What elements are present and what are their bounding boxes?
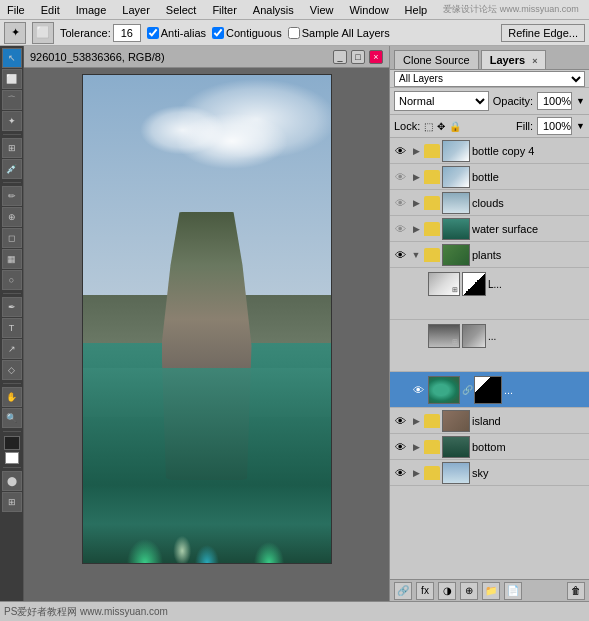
lock-move-icon[interactable]: ✥ bbox=[437, 121, 445, 132]
brush-tool[interactable]: ✏ bbox=[2, 186, 22, 206]
maximize-button[interactable]: □ bbox=[351, 50, 365, 64]
arrow-water-surface[interactable]: ▶ bbox=[410, 221, 422, 237]
layer-item-plants-smart1[interactable]: 👁 ⊞ L... bbox=[390, 268, 589, 320]
selection-tool[interactable]: ⬜ bbox=[32, 22, 54, 44]
pen-tool[interactable]: ✒ bbox=[2, 297, 22, 317]
menu-analysis[interactable]: Analysis bbox=[250, 4, 297, 16]
fill-arrow[interactable]: ▼ bbox=[576, 121, 585, 131]
lock-all-icon[interactable]: 🔒 bbox=[449, 121, 461, 132]
thumb-plants-smart2-mask bbox=[462, 324, 486, 348]
tab-clone-source[interactable]: Clone Source bbox=[394, 50, 479, 69]
refine-edge-button[interactable]: Refine Edge... bbox=[501, 24, 585, 42]
opacity-label: Opacity: bbox=[493, 95, 533, 107]
thumb-island bbox=[442, 410, 470, 432]
anti-alias-checkbox[interactable] bbox=[147, 27, 159, 39]
eyedropper-tool[interactable]: 💉 bbox=[2, 159, 22, 179]
eye-plants-layer[interactable]: 👁 bbox=[410, 382, 426, 398]
fill-input[interactable] bbox=[537, 117, 572, 135]
hand-tool[interactable]: ✋ bbox=[2, 387, 22, 407]
coral-layer bbox=[83, 441, 331, 563]
menu-view[interactable]: View bbox=[307, 4, 337, 16]
menu-filter[interactable]: Filter bbox=[209, 4, 239, 16]
tab-close-icon[interactable]: × bbox=[532, 56, 537, 66]
magic-wand-tool-btn[interactable]: ✦ bbox=[2, 111, 22, 131]
arrow-bottom[interactable]: ▶ bbox=[410, 439, 422, 455]
menu-layer[interactable]: Layer bbox=[119, 4, 153, 16]
add-mask-button[interactable]: ◑ bbox=[438, 582, 456, 600]
clone-tool[interactable]: ⊕ bbox=[2, 207, 22, 227]
eye-clouds[interactable]: 👁 bbox=[392, 195, 408, 211]
arrow-sky[interactable]: ▶ bbox=[410, 465, 422, 481]
dodge-tool[interactable]: ○ bbox=[2, 270, 22, 290]
new-layer-button[interactable]: 📄 bbox=[504, 582, 522, 600]
quick-mask-tool[interactable]: ⬤ bbox=[2, 471, 22, 491]
eye-bottle-copy4[interactable]: 👁 bbox=[392, 143, 408, 159]
close-button[interactable]: × bbox=[369, 50, 383, 64]
opacity-arrow[interactable]: ▼ bbox=[576, 96, 585, 106]
text-tool[interactable]: T bbox=[2, 318, 22, 338]
crop-tool[interactable]: ⊞ bbox=[2, 138, 22, 158]
layer-item-plants-smart2[interactable]: 👁 ⊞ ... bbox=[390, 320, 589, 372]
arrow-bottle-copy4[interactable]: ▶ bbox=[410, 143, 422, 159]
eye-bottle[interactable]: 👁 bbox=[392, 169, 408, 185]
background-color[interactable] bbox=[5, 452, 19, 464]
layer-item-water-surface[interactable]: 👁 ▶ water surface bbox=[390, 216, 589, 242]
eye-plants[interactable]: 👁 bbox=[392, 247, 408, 263]
tolerance-input[interactable] bbox=[113, 24, 141, 42]
marquee-tool[interactable]: ⬜ bbox=[2, 69, 22, 89]
menu-select[interactable]: Select bbox=[163, 4, 200, 16]
lock-pixel-icon[interactable]: ⬚ bbox=[424, 121, 433, 132]
arrow-island[interactable]: ▶ bbox=[410, 413, 422, 429]
link-icon[interactable]: 🔗 bbox=[462, 382, 472, 398]
tab-layers[interactable]: Layers × bbox=[481, 50, 547, 69]
layer-style-button[interactable]: fx bbox=[416, 582, 434, 600]
menu-help[interactable]: Help bbox=[402, 4, 431, 16]
menu-image[interactable]: Image bbox=[73, 4, 110, 16]
layers-list[interactable]: 👁 ▶ bottle copy 4 👁 ▶ bottle 👁 ▶ cl bbox=[390, 138, 589, 579]
layer-item-island[interactable]: 👁 ▶ island bbox=[390, 408, 589, 434]
minimize-button[interactable]: _ bbox=[333, 50, 347, 64]
arrow-plants[interactable]: ▼ bbox=[410, 247, 422, 263]
menu-file[interactable]: File bbox=[4, 4, 28, 16]
menu-edit[interactable]: Edit bbox=[38, 4, 63, 16]
adjustment-button[interactable]: ⊕ bbox=[460, 582, 478, 600]
menu-window[interactable]: Window bbox=[346, 4, 391, 16]
arrow-clouds[interactable]: ▶ bbox=[410, 195, 422, 211]
left-toolbar: ↖ ⬜ ⌒ ✦ ⊞ 💉 ✏ ⊕ ◻ ▦ ○ ✒ T ↗ ◇ ✋ 🔍 ⬤ ⊞ bbox=[0, 46, 24, 601]
eraser-tool[interactable]: ◻ bbox=[2, 228, 22, 248]
sample-all-label[interactable]: Sample All Layers bbox=[288, 27, 390, 39]
eye-sky[interactable]: 👁 bbox=[392, 465, 408, 481]
contiguous-checkbox[interactable] bbox=[212, 27, 224, 39]
layer-item-bottle[interactable]: 👁 ▶ bottle bbox=[390, 164, 589, 190]
magic-wand-tool[interactable]: ✦ bbox=[4, 22, 26, 44]
lasso-tool[interactable]: ⌒ bbox=[2, 90, 22, 110]
layer-filter-select[interactable]: All Layers bbox=[394, 71, 585, 87]
link-layers-button[interactable]: 🔗 bbox=[394, 582, 412, 600]
eye-bottom[interactable]: 👁 bbox=[392, 439, 408, 455]
contiguous-label[interactable]: Contiguous bbox=[212, 27, 282, 39]
layer-item-plants-layer[interactable]: 👁 🔗 ... bbox=[390, 372, 589, 408]
blend-mode-select[interactable]: Normal bbox=[394, 91, 489, 111]
delete-layer-button[interactable]: 🗑 bbox=[567, 582, 585, 600]
layer-item-bottle-copy4[interactable]: 👁 ▶ bottle copy 4 bbox=[390, 138, 589, 164]
eye-island[interactable]: 👁 bbox=[392, 413, 408, 429]
shape-tool[interactable]: ◇ bbox=[2, 360, 22, 380]
sample-all-checkbox[interactable] bbox=[288, 27, 300, 39]
anti-alias-label[interactable]: Anti-alias bbox=[147, 27, 206, 39]
screen-mode-tool[interactable]: ⊞ bbox=[2, 492, 22, 512]
gradient-tool[interactable]: ▦ bbox=[2, 249, 22, 269]
arrow-bottle[interactable]: ▶ bbox=[410, 169, 422, 185]
opacity-input[interactable] bbox=[537, 92, 572, 110]
zoom-tool[interactable]: 🔍 bbox=[2, 408, 22, 428]
path-select-tool[interactable]: ↗ bbox=[2, 339, 22, 359]
right-panel: Clone Source Layers × All Layers Normal … bbox=[389, 46, 589, 601]
move-tool[interactable]: ↖ bbox=[2, 48, 22, 68]
layer-item-sky[interactable]: 👁 ▶ sky bbox=[390, 460, 589, 486]
eye-water-surface[interactable]: 👁 bbox=[392, 221, 408, 237]
layer-item-clouds[interactable]: 👁 ▶ clouds bbox=[390, 190, 589, 216]
layer-item-plants[interactable]: 👁 ▼ plants bbox=[390, 242, 589, 268]
canvas-viewport[interactable] bbox=[24, 68, 389, 601]
foreground-color[interactable] bbox=[4, 436, 20, 450]
layer-item-bottom[interactable]: 👁 ▶ bottom bbox=[390, 434, 589, 460]
new-folder-button[interactable]: 📁 bbox=[482, 582, 500, 600]
